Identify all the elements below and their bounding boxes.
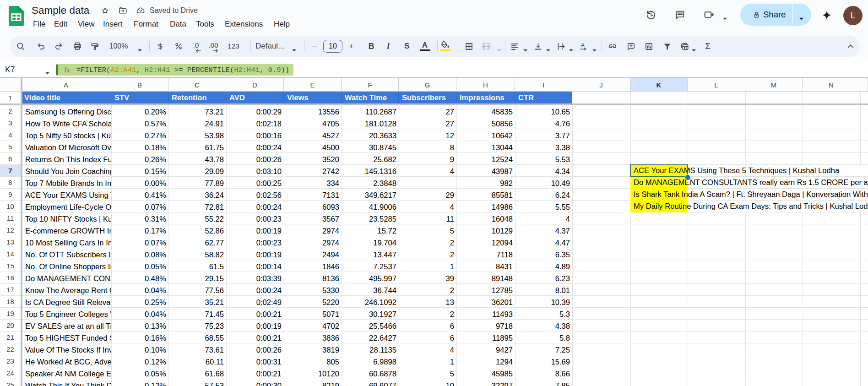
svg-text:A: A bbox=[581, 42, 585, 49]
